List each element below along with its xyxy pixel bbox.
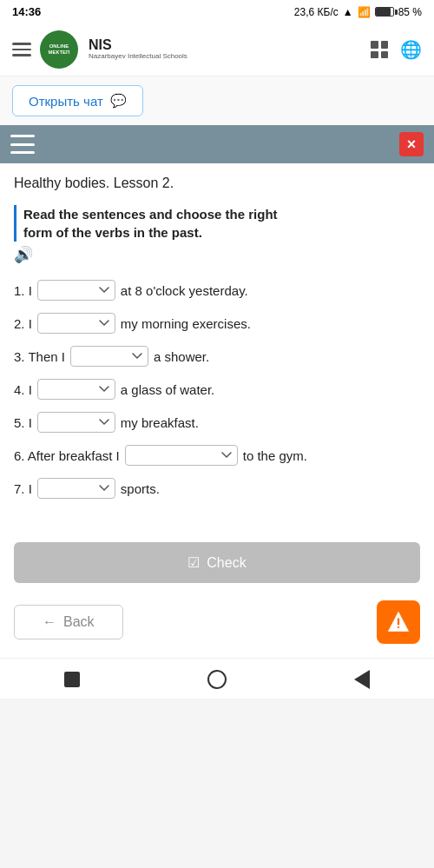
sentence-row-3: 3. Then I took had made a shower. [14, 346, 420, 367]
battery-icon [375, 7, 394, 17]
nav-triangle-icon [354, 670, 370, 689]
header-right: 🌐 [371, 39, 422, 60]
header-left: ONLINE МЕКТЕП NIS Nazarbayev Intellectua… [12, 30, 187, 69]
bottom-nav [0, 658, 434, 699]
sentence-suffix-4: a glass of water. [121, 382, 214, 397]
toolbar-close-button[interactable]: × [399, 132, 424, 156]
status-right: 23,6 КБ/с ▲ 📶 85 % [294, 6, 422, 18]
instruction-row: 🔊 [14, 245, 420, 264]
instruction-text: Read the sentences and choose the right … [14, 205, 420, 242]
header: ONLINE МЕКТЕП NIS Nazarbayev Intellectua… [0, 23, 434, 76]
toolbar-menu-icon[interactable] [10, 135, 35, 154]
sentence-select-1[interactable]: woke up got up stood up [37, 280, 115, 301]
sentence-suffix-5: my breakfast. [121, 415, 199, 430]
toolbar: × [0, 125, 434, 163]
lesson-area: Healthy bodies. Lesson 2. Read the sente… [0, 163, 434, 528]
instruction-line2: form of the verbs in the past. [23, 225, 202, 240]
open-chat-bar: Открыть чат 💬 [0, 76, 434, 125]
svg-point-0 [398, 626, 399, 628]
logo-text: ONLINE МЕКТЕП [40, 43, 78, 56]
sentence-prefix-5: 5. I [14, 415, 32, 430]
instruction-line1: Read the sentences and choose the right [23, 207, 278, 222]
nav-back-button[interactable] [350, 667, 374, 692]
sentence-row-5: 5. I had ate cooked my breakfast. [14, 412, 420, 433]
sentence-select-7[interactable]: did played had [37, 478, 115, 499]
chat-icon: 💬 [110, 93, 127, 109]
wifi-icon: 📶 [358, 6, 371, 18]
back-arrow-icon: ← [43, 614, 56, 630]
check-label: Check [207, 555, 246, 571]
sentence-row-7: 7. I did played had sports. [14, 478, 420, 499]
signal-icon: ▲ [343, 6, 353, 18]
check-button[interactable]: ☑ Check [14, 542, 420, 583]
open-chat-label: Открыть чат [29, 94, 103, 109]
nis-sub: Nazarbayev Intellectual Schools [89, 52, 187, 61]
sentence-row-6: 6. After breakfast I went walked ran to … [14, 445, 420, 466]
logo-circle: ONLINE МЕКТЕП [40, 30, 78, 69]
sentence-prefix-1: 1. I [14, 283, 32, 298]
status-bar: 14:36 23,6 КБ/с ▲ 📶 85 % [0, 0, 434, 23]
speaker-icon[interactable]: 🔊 [14, 245, 33, 264]
back-button[interactable]: ← Back [14, 605, 123, 639]
sentence-row-4: 4. I drank ate had a glass of water. [14, 379, 420, 400]
nis-title: NIS [89, 38, 187, 52]
nav-square-icon [64, 672, 80, 687]
sentence-prefix-3: 3. Then I [14, 349, 65, 364]
sentence-select-2[interactable]: did made had [37, 313, 115, 334]
network-speed: 23,6 КБ/с [294, 6, 339, 18]
warning-fab-button[interactable] [377, 600, 420, 644]
sentence-suffix-2: my morning exercises. [121, 316, 251, 331]
sentence-select-5[interactable]: had ate cooked [37, 412, 115, 433]
open-chat-button[interactable]: Открыть чат 💬 [12, 85, 143, 116]
sentence-suffix-3: a shower. [154, 349, 209, 364]
sentence-prefix-2: 2. I [14, 316, 32, 331]
battery-pct: 85 % [398, 6, 422, 18]
grid-icon[interactable] [371, 41, 388, 58]
sentence-row-1: 1. I woke up got up stood up at 8 o'cloc… [14, 280, 420, 301]
status-time: 14:36 [12, 5, 41, 18]
sentence-row-2: 2. I did made had my morning exercises. [14, 313, 420, 334]
nav-home-button[interactable] [205, 667, 229, 692]
back-section: ← Back [0, 592, 434, 658]
logo-nis: NIS Nazarbayev Intellectual Schools [89, 38, 187, 61]
sentence-suffix-6: to the gym. [243, 448, 307, 463]
back-label: Back [63, 614, 95, 630]
check-section: ☑ Check [0, 528, 434, 592]
sentence-suffix-7: sports. [121, 481, 160, 496]
sentence-suffix-1: at 8 o'clock yesterday. [121, 283, 248, 298]
sentence-prefix-6: 6. After breakfast I [14, 448, 120, 463]
sentence-prefix-4: 4. I [14, 382, 32, 397]
hamburger-icon[interactable] [12, 43, 31, 56]
sentence-select-6[interactable]: went walked ran [125, 445, 238, 466]
nav-square-button[interactable] [60, 667, 84, 692]
globe-icon[interactable]: 🌐 [400, 39, 422, 60]
nav-circle-icon [207, 670, 227, 689]
sentence-prefix-7: 7. I [14, 481, 32, 496]
check-icon: ☑ [187, 554, 200, 571]
sentence-select-4[interactable]: drank ate had [37, 379, 115, 400]
lesson-title: Healthy bodies. Lesson 2. [14, 176, 420, 191]
sentence-select-3[interactable]: took had made [70, 346, 148, 367]
